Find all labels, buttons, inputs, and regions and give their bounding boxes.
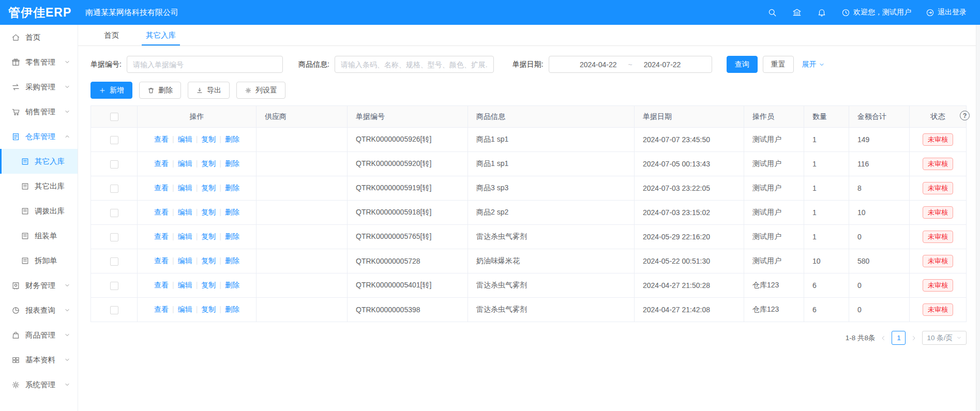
copy-link[interactable]: 复制	[201, 208, 216, 216]
edit-link[interactable]: 编辑	[178, 184, 192, 192]
row-checkbox[interactable]	[110, 257, 118, 266]
view-link[interactable]: 查看	[154, 184, 169, 192]
copy-link[interactable]: 复制	[201, 305, 216, 313]
chevron-right-icon	[911, 335, 917, 341]
view-link[interactable]: 查看	[154, 256, 169, 265]
help-icon[interactable]: ?	[960, 111, 970, 120]
search-icon[interactable]	[767, 7, 777, 18]
search-button[interactable]: 查询	[727, 56, 758, 73]
swap-icon	[11, 83, 20, 92]
product-cell: 商品2 sp2	[468, 201, 635, 225]
tab-label: 其它入库	[146, 31, 176, 40]
current-page-button[interactable]: 1	[892, 331, 906, 345]
sidebar-item-disassembly[interactable]: 拆卸单	[0, 248, 78, 273]
edit-link[interactable]: 编辑	[178, 281, 192, 289]
logout-button[interactable]: 退出登录	[926, 8, 967, 17]
view-link[interactable]: 查看	[154, 305, 169, 313]
document-icon	[11, 132, 20, 141]
row-checkbox[interactable]	[110, 306, 118, 314]
copy-link[interactable]: 复制	[201, 184, 216, 192]
delete-link[interactable]: 删除	[225, 159, 239, 168]
tab-other-inbound[interactable]: 其它入库	[132, 25, 189, 45]
export-button-label: 导出	[207, 86, 221, 95]
sidebar-item-warehouse[interactable]: 仓库管理	[0, 124, 78, 149]
column-header-supplier: 供应商	[257, 106, 348, 128]
date-from-value[interactable]: 2024-04-22	[580, 60, 617, 69]
logout-text: 退出登录	[938, 8, 967, 17]
edit-link[interactable]: 编辑	[178, 256, 192, 265]
notification-bell-icon[interactable]	[817, 7, 827, 18]
view-link[interactable]: 查看	[154, 281, 169, 289]
vertical-scrollbar[interactable]	[976, 25, 980, 411]
select-all-checkbox[interactable]	[110, 113, 118, 121]
copy-link[interactable]: 复制	[201, 232, 216, 240]
sidebar-item-finance[interactable]: 财务管理	[0, 273, 78, 298]
sidebar-item-retail[interactable]: 零售管理	[0, 50, 78, 74]
date-to-value[interactable]: 2024-07-22	[644, 60, 681, 69]
edit-link[interactable]: 编辑	[178, 159, 192, 168]
sidebar-item-home[interactable]: 首页	[0, 25, 78, 50]
copy-link[interactable]: 复制	[201, 281, 216, 289]
copy-link[interactable]: 复制	[201, 159, 216, 168]
qty-cell: 1	[804, 128, 849, 152]
tenant-icon[interactable]	[792, 7, 802, 18]
view-link[interactable]: 查看	[154, 208, 169, 216]
view-link[interactable]: 查看	[154, 159, 169, 168]
page-size-select[interactable]: 10 条/页	[922, 331, 967, 345]
row-checkbox[interactable]	[110, 209, 118, 217]
delete-link[interactable]: 删除	[225, 281, 239, 289]
status-badge: 未审核	[923, 182, 953, 194]
sidebar-item-goods[interactable]: 商品管理	[0, 323, 78, 347]
status-cell: 未审核	[910, 201, 967, 225]
row-checkbox[interactable]	[110, 185, 118, 193]
product-info-input[interactable]	[335, 56, 494, 73]
sidebar-item-purchase[interactable]: 采购管理	[0, 74, 78, 99]
delete-link[interactable]: 删除	[225, 305, 239, 313]
delete-button[interactable]: 删除	[139, 82, 181, 99]
row-checkbox[interactable]	[110, 160, 118, 169]
view-link[interactable]: 查看	[154, 232, 169, 240]
view-link[interactable]: 查看	[154, 135, 169, 143]
sidebar-item-label: 调拨出库	[35, 206, 65, 216]
sidebar-item-system[interactable]: 系统管理	[0, 372, 78, 397]
edit-link[interactable]: 编辑	[178, 305, 192, 313]
reset-button[interactable]: 重置	[763, 56, 794, 73]
status-cell: 未审核	[910, 273, 967, 298]
sidebar-item-transfer-outbound[interactable]: 调拨出库	[0, 199, 78, 223]
tab-label: 首页	[104, 31, 119, 40]
home-icon	[11, 33, 20, 42]
copy-link[interactable]: 复制	[201, 135, 216, 143]
row-checkbox[interactable]	[110, 233, 118, 241]
delete-link[interactable]: 删除	[225, 135, 239, 143]
copy-link[interactable]: 复制	[201, 256, 216, 265]
tab-home[interactable]: 首页	[91, 25, 132, 45]
edit-link[interactable]: 编辑	[178, 232, 192, 240]
sidebar-item-other-inbound[interactable]: 其它入库	[0, 149, 78, 174]
date-range-picker[interactable]: 2024-04-22 ~ 2024-07-22	[549, 56, 712, 73]
delete-link[interactable]: 删除	[225, 184, 239, 192]
sidebar-item-basic-data[interactable]: 基本资料	[0, 347, 78, 372]
status-badge: 未审核	[923, 231, 953, 243]
next-page-button[interactable]	[911, 335, 917, 341]
expand-toggle[interactable]: 展开	[802, 60, 825, 69]
welcome-user[interactable]: 欢迎您，测试用户	[841, 8, 911, 17]
date-cell: 2024-07-03 23:22:05	[635, 176, 744, 201]
sidebar-item-other-outbound[interactable]: 其它出库	[0, 174, 78, 199]
order-no-input[interactable]	[127, 56, 283, 73]
sidebar-item-assembly[interactable]: 组装单	[0, 223, 78, 248]
delete-link[interactable]: 删除	[225, 208, 239, 216]
sidebar-item-reports[interactable]: 报表查询	[0, 298, 78, 323]
row-checkbox[interactable]	[110, 282, 118, 290]
sidebar-item-sales[interactable]: 销售管理	[0, 99, 78, 124]
delete-link[interactable]: 删除	[225, 232, 239, 240]
row-checkbox[interactable]	[110, 136, 118, 144]
delete-link[interactable]: 删除	[225, 256, 239, 265]
add-button[interactable]: 新增	[91, 82, 132, 99]
export-button[interactable]: 导出	[188, 82, 230, 99]
edit-link[interactable]: 编辑	[178, 135, 192, 143]
edit-link[interactable]: 编辑	[178, 208, 192, 216]
sidebar-item-label: 销售管理	[25, 107, 55, 117]
column-settings-button[interactable]: 列设置	[236, 82, 285, 99]
form-icon	[21, 157, 29, 166]
prev-page-button[interactable]	[880, 335, 886, 341]
